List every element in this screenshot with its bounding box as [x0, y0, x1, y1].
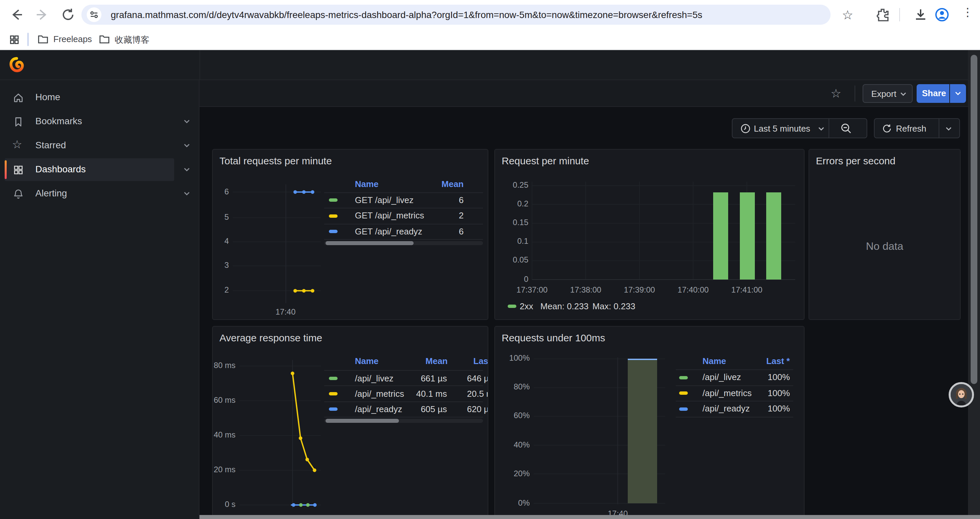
- series-name[interactable]: 2xx: [520, 301, 533, 311]
- no-data-message: No data: [809, 241, 960, 252]
- horizontal-scrollbar[interactable]: [199, 515, 980, 519]
- series-swatch[interactable]: [329, 198, 337, 202]
- refresh-label[interactable]: Refresh: [896, 124, 926, 134]
- series-last: 100%: [757, 372, 790, 382]
- panel-total-requests[interactable]: Total requests per minute 6 5 4 3 2 17:4…: [212, 149, 488, 320]
- legend-header-mean[interactable]: Mean: [413, 356, 448, 366]
- legend-header-last[interactable]: Last *: [760, 356, 790, 366]
- panel-request-per-minute[interactable]: Request per minute 0.25 0.2 0.15 0.1 0.0…: [494, 149, 805, 320]
- legend-header-name[interactable]: Name: [703, 356, 726, 366]
- series-name[interactable]: GET /api/_livez: [355, 195, 414, 205]
- panel-errors-per-second[interactable]: Errors per second No data: [808, 149, 961, 320]
- series-swatch[interactable]: [679, 376, 687, 379]
- zoom-out-icon[interactable]: [841, 123, 852, 134]
- extensions-icon[interactable]: [875, 7, 890, 22]
- sidebar-item-bookmarks[interactable]: Bookmarks: [5, 110, 174, 133]
- legend-header-name[interactable]: Name: [355, 179, 379, 189]
- x-tick: 17:40:00: [673, 285, 713, 295]
- chevron-down-icon: [900, 91, 907, 97]
- sidebar-item-label: Starred: [35, 140, 66, 150]
- sidebar-item-dashboards[interactable]: Dashboards: [5, 158, 174, 181]
- bookmark-icon: [13, 116, 24, 128]
- series-swatch[interactable]: [329, 392, 337, 395]
- export-button[interactable]: Export: [862, 84, 913, 103]
- series-swatch[interactable]: [508, 305, 516, 308]
- download-icon[interactable]: [913, 7, 928, 22]
- panel-avg-response-time[interactable]: Average response time 80 ms 60 ms 40 ms …: [212, 326, 488, 519]
- sidebar-item-label: Bookmarks: [35, 115, 82, 126]
- star-dashboard-icon[interactable]: ☆: [830, 86, 841, 101]
- sidebar-item-label: Dashboards: [35, 164, 86, 174]
- bookmark-folder-label: Freeleaps: [53, 34, 92, 44]
- legend-divider: [676, 417, 793, 417]
- legend-header-last[interactable]: Last *: [473, 356, 488, 366]
- legend-divider: [324, 385, 483, 386]
- home-icon: [13, 92, 24, 104]
- panel-requests-under-100ms[interactable]: Requests under 100ms 100% 80% 60% 40% 20…: [494, 326, 805, 519]
- dashboards-grid-icon: [13, 164, 24, 176]
- share-button[interactable]: Share: [916, 84, 949, 103]
- chevron-down-icon[interactable]: [183, 119, 190, 124]
- chevron-down-icon[interactable]: [183, 191, 190, 196]
- legend-divider: [676, 401, 793, 401]
- refresh-group: Refresh: [874, 118, 960, 138]
- apps-grid-icon[interactable]: [9, 34, 20, 45]
- series-swatch[interactable]: [329, 230, 337, 233]
- active-indicator: [5, 160, 7, 179]
- series-swatch[interactable]: [679, 407, 687, 411]
- series-swatch[interactable]: [679, 392, 687, 395]
- legend-scrollbar-thumb[interactable]: [326, 419, 399, 423]
- tune-icon: [89, 10, 99, 19]
- series-name[interactable]: /api/_livez: [355, 373, 394, 383]
- dashboard-actions-row: [199, 80, 968, 107]
- series-mean: 605 µs: [393, 404, 447, 414]
- grafana-logo[interactable]: [9, 57, 25, 73]
- series-name[interactable]: /api/_readyz: [703, 404, 750, 414]
- legend-header-mean[interactable]: Mean: [433, 179, 464, 189]
- site-settings-circle[interactable]: [87, 7, 102, 22]
- sidebar-item-home[interactable]: Home: [5, 86, 174, 109]
- folder-icon: [99, 34, 110, 45]
- legend-divider: [324, 192, 483, 193]
- series-mean: 2: [413, 211, 464, 220]
- bookmarks-bar: Freeleaps 收藏博客: [0, 29, 980, 50]
- menu-kebab-icon[interactable]: ⋮: [962, 5, 973, 19]
- actions-divider: [854, 86, 855, 102]
- url-text: grafana.mathmast.com/d/deytv4rwavabkb/fr…: [111, 10, 702, 20]
- series-swatch[interactable]: [329, 377, 337, 380]
- page-scrollbar-thumb[interactable]: [970, 55, 977, 384]
- sidebar-item-alerting[interactable]: Alerting: [5, 182, 174, 205]
- series-swatch[interactable]: [329, 407, 337, 411]
- legend-divider: [324, 417, 483, 417]
- series-swatch[interactable]: [329, 214, 337, 217]
- group-divider: [939, 119, 939, 137]
- address-bar[interactable]: grafana.mathmast.com/d/deytv4rwavabkb/fr…: [81, 5, 830, 25]
- legend-divider: [676, 369, 793, 370]
- series-name[interactable]: GET /api/_readyz: [355, 226, 422, 236]
- bookmark-folder-label: 收藏博客: [115, 34, 150, 46]
- x-tick: 17:37:00: [512, 285, 552, 295]
- series-name[interactable]: /api/_metrics: [703, 388, 751, 398]
- assistant-avatar-widget[interactable]: [949, 382, 974, 407]
- bookmark-star-icon[interactable]: ☆: [842, 7, 853, 23]
- forward-icon[interactable]: [35, 7, 49, 22]
- star-icon: ☆: [12, 137, 22, 152]
- reload-icon[interactable]: [61, 7, 75, 22]
- bookmarks-divider: [27, 33, 29, 46]
- chevron-down-icon[interactable]: [183, 143, 190, 148]
- sidebar-item-starred[interactable]: ☆ Starred: [5, 134, 174, 157]
- x-tick: 17:40: [266, 307, 305, 316]
- legend-header-name[interactable]: Name: [355, 356, 379, 366]
- time-range-label[interactable]: Last 5 minutes: [754, 124, 810, 134]
- series-last: 620 µs: [467, 404, 488, 414]
- back-icon[interactable]: [10, 7, 24, 22]
- share-menu-button[interactable]: [950, 84, 966, 103]
- chevron-down-icon[interactable]: [945, 126, 952, 132]
- legend-scrollbar-thumb[interactable]: [326, 241, 414, 245]
- x-tick: 17:41:00: [727, 285, 767, 295]
- chevron-down-icon: [955, 91, 961, 96]
- series-name[interactable]: /api/_livez: [703, 372, 741, 382]
- series-last: 100%: [757, 388, 790, 398]
- chevron-down-icon[interactable]: [183, 167, 190, 172]
- profile-icon[interactable]: [935, 7, 949, 22]
